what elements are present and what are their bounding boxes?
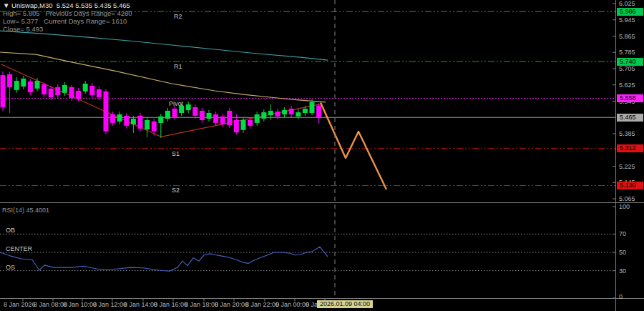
time-label: 8 Jan 12:00 bbox=[93, 301, 127, 308]
candle-body bbox=[316, 106, 321, 118]
price-tick-label: 6.025 bbox=[619, 0, 635, 7]
price-badge-resistance: 5.986 bbox=[617, 8, 643, 16]
rsi-tick-label: 50 bbox=[619, 249, 626, 256]
time-label: 8 Jan 08:00 bbox=[34, 301, 67, 308]
candle-body bbox=[241, 120, 246, 130]
candle-body bbox=[220, 117, 225, 124]
rsi-center-label: CENTER bbox=[6, 245, 32, 252]
price-badge-support: 5.130 bbox=[617, 182, 643, 189]
candle-body bbox=[117, 114, 122, 122]
candle-body bbox=[14, 81, 19, 90]
candle-body bbox=[234, 120, 239, 132]
candle-body bbox=[255, 114, 260, 123]
symbol-ohlc-readout: ▼ Uniswap,M30 5.524 5.535 5.435 5.465 bbox=[3, 1, 130, 9]
price-badge-resistance: 5.740 bbox=[617, 58, 643, 66]
candle-body bbox=[131, 119, 136, 124]
price-badge-support: 5.312 bbox=[617, 144, 643, 152]
s1-level-label: S1 bbox=[172, 150, 180, 157]
candle-body bbox=[289, 109, 294, 114]
time-label: 8 Jan 18:00 bbox=[185, 301, 218, 308]
rsi-tick-label: 0 bbox=[619, 293, 623, 300]
time-label: 8 Jan 10:00 bbox=[63, 301, 97, 308]
candle-body bbox=[282, 110, 287, 114]
candle-body bbox=[158, 117, 163, 123]
time-label: 8 Jan 14:00 bbox=[124, 301, 157, 308]
price-tick-label: 5.785 bbox=[619, 49, 635, 56]
cyan-ma-line bbox=[0, 31, 328, 60]
day-high-readout: High= 5.805 Previous Days Range= 4280 bbox=[3, 9, 132, 17]
r1-level-label: R1 bbox=[174, 63, 182, 70]
current-days-range: Current Days Range= 1610 bbox=[44, 17, 127, 25]
rsi-oversold-label: OS bbox=[6, 264, 15, 271]
price-badge-pivot: 5.558 bbox=[617, 94, 643, 102]
candle-body bbox=[97, 89, 102, 97]
price-badge-bid: 5.465 bbox=[617, 114, 643, 122]
candle-body bbox=[296, 112, 301, 117]
rsi-overbought-label: OB bbox=[6, 227, 15, 234]
candle-body bbox=[172, 109, 177, 117]
candle-body bbox=[124, 116, 129, 126]
candle-body bbox=[42, 84, 47, 94]
candle-body bbox=[192, 107, 197, 116]
candle-body bbox=[89, 86, 94, 95]
candle-body bbox=[35, 81, 40, 89]
time-label: 8 Jan 16:00 bbox=[154, 301, 187, 308]
candle-body bbox=[248, 120, 253, 126]
rsi-tick-label: 100 bbox=[619, 203, 630, 210]
candle-body bbox=[186, 104, 191, 110]
price-tick-label: 5.385 bbox=[619, 130, 635, 137]
candle-body bbox=[275, 112, 280, 117]
candle-body bbox=[145, 120, 150, 129]
candle-body bbox=[165, 111, 170, 119]
candle-body bbox=[55, 87, 60, 95]
candle-body bbox=[49, 89, 54, 97]
candle-body bbox=[268, 111, 273, 115]
candle-body bbox=[21, 79, 26, 87]
price-tick-label: 5.625 bbox=[619, 82, 635, 89]
pivot-level-label: Pivot bbox=[169, 100, 183, 107]
candle-body bbox=[303, 109, 308, 113]
candle-body bbox=[7, 74, 12, 87]
candle-body bbox=[138, 116, 143, 129]
candle-body bbox=[69, 87, 74, 98]
candle-body bbox=[76, 91, 81, 99]
rsi-line bbox=[0, 247, 328, 271]
rsi-tick-label: 30 bbox=[619, 267, 626, 275]
r2-level-label: R2 bbox=[174, 13, 182, 20]
rsi-indicator-readout: RSI(14) 45.4001 bbox=[2, 207, 49, 214]
price-tick-label: 5.865 bbox=[619, 33, 635, 40]
candle-body bbox=[110, 114, 115, 123]
day-close-readout: Close= 5.493 bbox=[3, 25, 43, 33]
high-value: High= 5.805 bbox=[3, 9, 40, 17]
time-label: 9 Jan 00:00 bbox=[275, 301, 309, 308]
candle-body bbox=[310, 102, 315, 113]
candle-body bbox=[261, 112, 266, 119]
candle-body bbox=[207, 113, 212, 119]
crosshair-time-label: 2026.01.09 04:00 bbox=[317, 300, 373, 308]
candle-body bbox=[104, 92, 109, 132]
prev-days-range: Previous Days Range= 4280 bbox=[45, 9, 132, 17]
low-value: Low= 5.377 bbox=[3, 17, 38, 25]
day-low-readout: Low= 5.377 Current Days Range= 1610 bbox=[3, 17, 127, 25]
time-label: 8 Jan 20:00 bbox=[215, 301, 248, 308]
zigzag-line bbox=[1, 64, 322, 137]
price-tick-label: 5.705 bbox=[619, 65, 635, 72]
candle-body bbox=[62, 85, 67, 93]
candle-body bbox=[227, 111, 232, 125]
s2-level-label: S2 bbox=[172, 187, 180, 194]
price-tick-label: 5.225 bbox=[619, 163, 635, 170]
candle-body bbox=[152, 122, 157, 132]
time-label: 8 Jan 2026 bbox=[4, 301, 36, 308]
price-tick-label: 5.065 bbox=[619, 195, 635, 202]
price-tick-label: 5.945 bbox=[619, 16, 635, 24]
trading-chart-window: ▼ Uniswap,M30 5.524 5.535 5.435 5.465 Hi… bbox=[0, 0, 644, 311]
candle-body bbox=[83, 84, 88, 92]
chart-canvas bbox=[0, 0, 644, 311]
candle-body bbox=[28, 82, 33, 92]
candle-body bbox=[1, 75, 6, 107]
rsi-tick-label: 70 bbox=[619, 230, 626, 237]
candle-body bbox=[213, 114, 218, 123]
time-label: 8 Jan 22:00 bbox=[245, 301, 279, 308]
forecast-zigzag-line bbox=[321, 103, 386, 189]
candle-body bbox=[200, 111, 205, 120]
